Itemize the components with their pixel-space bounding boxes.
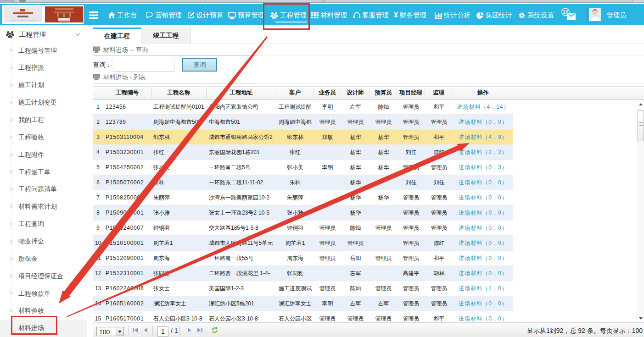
svg-text:18: 18 (563, 9, 568, 15)
